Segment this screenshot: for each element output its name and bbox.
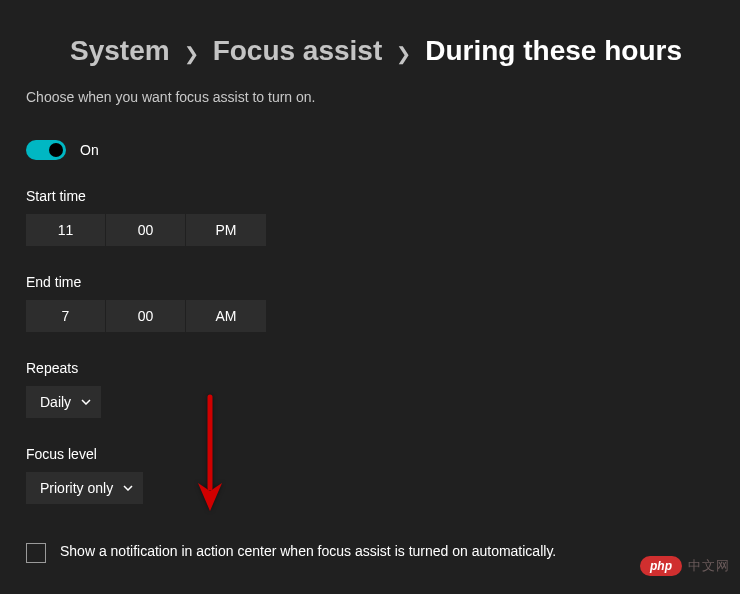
notification-checkbox[interactable]: [26, 543, 46, 563]
chevron-down-icon: [123, 483, 133, 493]
start-time-hour[interactable]: 11: [26, 214, 106, 246]
toggle-knob-icon: [49, 143, 63, 157]
end-time-label: End time: [26, 274, 714, 290]
focus-assist-toggle[interactable]: [26, 140, 66, 160]
notification-checkbox-label: Show a notification in action center whe…: [60, 542, 556, 562]
focus-level-dropdown[interactable]: Priority only: [26, 472, 143, 504]
watermark-badge: php: [640, 556, 682, 576]
watermark-text: 中文网: [688, 557, 730, 575]
page-description: Choose when you want focus assist to tur…: [26, 89, 714, 105]
watermark: php 中文网: [640, 556, 730, 576]
chevron-right-icon: ❯: [182, 43, 201, 65]
toggle-state-label: On: [80, 142, 99, 158]
repeats-label: Repeats: [26, 360, 714, 376]
end-time-picker: 7 00 AM: [26, 300, 714, 332]
breadcrumb-focus-assist[interactable]: Focus assist: [213, 35, 383, 67]
start-time-label: Start time: [26, 188, 714, 204]
end-time-ampm[interactable]: AM: [186, 300, 266, 332]
end-time-minute[interactable]: 00: [106, 300, 186, 332]
repeats-value: Daily: [40, 394, 71, 410]
end-time-hour[interactable]: 7: [26, 300, 106, 332]
chevron-right-icon: ❯: [394, 43, 413, 65]
focus-level-value: Priority only: [40, 480, 113, 496]
start-time-picker: 11 00 PM: [26, 214, 714, 246]
repeats-dropdown[interactable]: Daily: [26, 386, 101, 418]
start-time-minute[interactable]: 00: [106, 214, 186, 246]
breadcrumb: System ❯ Focus assist ❯ During these hou…: [70, 35, 714, 67]
focus-level-label: Focus level: [26, 446, 714, 462]
breadcrumb-system[interactable]: System: [70, 35, 170, 67]
start-time-ampm[interactable]: PM: [186, 214, 266, 246]
breadcrumb-during-these-hours: During these hours: [425, 35, 682, 67]
chevron-down-icon: [81, 397, 91, 407]
